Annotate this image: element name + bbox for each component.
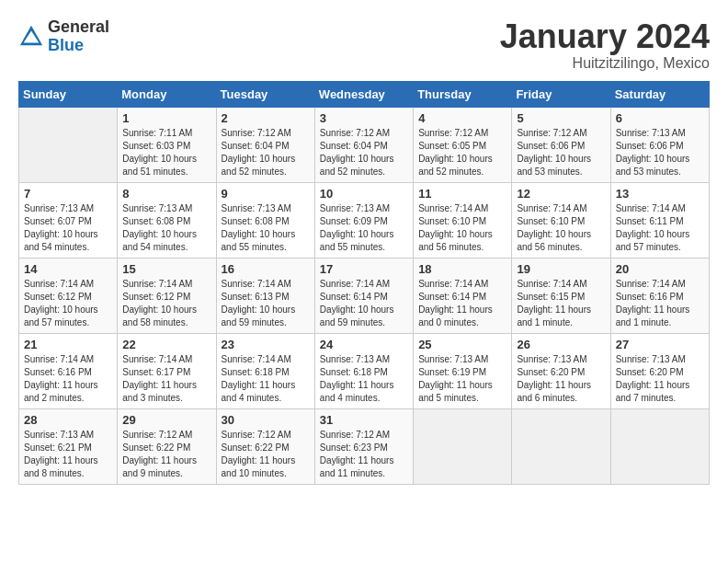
logo: General Blue <box>18 18 109 55</box>
day-cell <box>414 408 512 484</box>
day-cell: 27Sunrise: 7:13 AMSunset: 6:20 PMDayligh… <box>610 333 709 408</box>
day-number: 16 <box>222 262 310 276</box>
week-row-3: 14Sunrise: 7:14 AMSunset: 6:12 PMDayligh… <box>19 258 710 333</box>
day-cell: 5Sunrise: 7:12 AMSunset: 6:06 PMDaylight… <box>512 107 610 182</box>
day-cell: 9Sunrise: 7:13 AMSunset: 6:08 PMDaylight… <box>216 182 314 258</box>
day-header-saturday: Saturday <box>610 81 709 107</box>
day-number: 17 <box>320 262 408 276</box>
day-cell: 7Sunrise: 7:13 AMSunset: 6:07 PMDaylight… <box>19 182 118 258</box>
day-number: 10 <box>320 187 408 201</box>
day-info: Sunrise: 7:13 AMSunset: 6:19 PMDaylight:… <box>418 353 506 405</box>
day-number: 31 <box>320 413 408 427</box>
day-number: 28 <box>24 413 112 427</box>
day-info: Sunrise: 7:14 AMSunset: 6:12 PMDaylight:… <box>24 278 112 329</box>
day-number: 2 <box>222 111 310 125</box>
week-row-5: 28Sunrise: 7:13 AMSunset: 6:21 PMDayligh… <box>19 408 710 484</box>
day-number: 20 <box>616 262 704 276</box>
page-header: General Blue January 2024 Huitzitzilingo… <box>18 18 710 72</box>
day-cell: 1Sunrise: 7:11 AMSunset: 6:03 PMDaylight… <box>118 107 216 182</box>
day-cell: 10Sunrise: 7:13 AMSunset: 6:09 PMDayligh… <box>314 182 413 258</box>
logo-general-text: General <box>48 17 109 36</box>
day-cell: 18Sunrise: 7:14 AMSunset: 6:14 PMDayligh… <box>414 258 512 333</box>
day-cell: 31Sunrise: 7:12 AMSunset: 6:23 PMDayligh… <box>314 408 413 484</box>
day-number: 6 <box>616 111 704 125</box>
day-number: 13 <box>616 187 704 201</box>
day-info: Sunrise: 7:14 AMSunset: 6:15 PMDaylight:… <box>517 278 605 329</box>
day-cell <box>610 408 709 484</box>
day-info: Sunrise: 7:13 AMSunset: 6:06 PMDaylight:… <box>616 127 704 178</box>
day-info: Sunrise: 7:12 AMSunset: 6:22 PMDaylight:… <box>222 429 310 480</box>
day-info: Sunrise: 7:12 AMSunset: 6:04 PMDaylight:… <box>222 127 310 178</box>
week-row-2: 7Sunrise: 7:13 AMSunset: 6:07 PMDaylight… <box>19 182 710 258</box>
day-cell: 12Sunrise: 7:14 AMSunset: 6:10 PMDayligh… <box>512 182 610 258</box>
day-number: 25 <box>418 338 506 351</box>
day-cell <box>19 107 118 182</box>
day-cell: 21Sunrise: 7:14 AMSunset: 6:16 PMDayligh… <box>19 333 118 408</box>
day-cell: 25Sunrise: 7:13 AMSunset: 6:19 PMDayligh… <box>414 333 512 408</box>
day-number: 1 <box>122 111 210 125</box>
day-number: 24 <box>320 338 408 351</box>
day-info: Sunrise: 7:11 AMSunset: 6:03 PMDaylight:… <box>122 127 210 178</box>
logo-blue-text: Blue <box>48 36 84 54</box>
day-number: 23 <box>222 338 310 351</box>
day-number: 3 <box>320 111 408 125</box>
day-header-monday: Monday <box>118 81 216 107</box>
day-info: Sunrise: 7:14 AMSunset: 6:13 PMDaylight:… <box>222 278 310 329</box>
day-info: Sunrise: 7:13 AMSunset: 6:20 PMDaylight:… <box>616 353 704 405</box>
day-info: Sunrise: 7:12 AMSunset: 6:22 PMDaylight:… <box>122 429 210 480</box>
day-info: Sunrise: 7:14 AMSunset: 6:10 PMDaylight:… <box>517 202 605 254</box>
day-info: Sunrise: 7:14 AMSunset: 6:17 PMDaylight:… <box>122 353 210 405</box>
day-header-sunday: Sunday <box>19 81 118 107</box>
day-cell: 17Sunrise: 7:14 AMSunset: 6:14 PMDayligh… <box>314 258 413 333</box>
day-cell: 15Sunrise: 7:14 AMSunset: 6:12 PMDayligh… <box>118 258 216 333</box>
day-cell: 16Sunrise: 7:14 AMSunset: 6:13 PMDayligh… <box>216 258 314 333</box>
day-info: Sunrise: 7:14 AMSunset: 6:16 PMDaylight:… <box>616 278 704 329</box>
day-number: 22 <box>122 338 210 351</box>
day-cell: 4Sunrise: 7:12 AMSunset: 6:05 PMDaylight… <box>414 107 512 182</box>
day-info: Sunrise: 7:13 AMSunset: 6:08 PMDaylight:… <box>122 202 210 254</box>
day-number: 14 <box>24 262 112 276</box>
day-number: 29 <box>122 413 210 427</box>
day-cell: 26Sunrise: 7:13 AMSunset: 6:20 PMDayligh… <box>512 333 610 408</box>
day-cell: 20Sunrise: 7:14 AMSunset: 6:16 PMDayligh… <box>610 258 709 333</box>
day-cell: 28Sunrise: 7:13 AMSunset: 6:21 PMDayligh… <box>19 408 118 484</box>
day-number: 21 <box>24 338 112 351</box>
day-cell: 30Sunrise: 7:12 AMSunset: 6:22 PMDayligh… <box>216 408 314 484</box>
title-block: January 2024 Huitzitzilingo, Mexico <box>500 18 710 72</box>
day-cell: 22Sunrise: 7:14 AMSunset: 6:17 PMDayligh… <box>118 333 216 408</box>
day-info: Sunrise: 7:14 AMSunset: 6:11 PMDaylight:… <box>616 202 704 254</box>
day-info: Sunrise: 7:12 AMSunset: 6:06 PMDaylight:… <box>517 127 605 178</box>
day-info: Sunrise: 7:12 AMSunset: 6:05 PMDaylight:… <box>418 127 506 178</box>
day-number: 5 <box>517 111 605 125</box>
day-header-thursday: Thursday <box>414 81 512 107</box>
logo-text: General Blue <box>48 18 109 55</box>
day-info: Sunrise: 7:13 AMSunset: 6:20 PMDaylight:… <box>517 353 605 405</box>
day-cell: 6Sunrise: 7:13 AMSunset: 6:06 PMDaylight… <box>610 107 709 182</box>
day-number: 18 <box>418 262 506 276</box>
day-number: 9 <box>222 187 310 201</box>
day-number: 26 <box>517 338 605 351</box>
day-number: 27 <box>616 338 704 351</box>
day-number: 19 <box>517 262 605 276</box>
day-header-friday: Friday <box>512 81 610 107</box>
day-number: 15 <box>122 262 210 276</box>
day-cell: 29Sunrise: 7:12 AMSunset: 6:22 PMDayligh… <box>118 408 216 484</box>
day-info: Sunrise: 7:14 AMSunset: 6:10 PMDaylight:… <box>418 202 506 254</box>
day-info: Sunrise: 7:14 AMSunset: 6:18 PMDaylight:… <box>222 353 310 405</box>
day-number: 8 <box>122 187 210 201</box>
day-info: Sunrise: 7:14 AMSunset: 6:12 PMDaylight:… <box>122 278 210 329</box>
week-row-1: 1Sunrise: 7:11 AMSunset: 6:03 PMDaylight… <box>19 107 710 182</box>
day-info: Sunrise: 7:13 AMSunset: 6:18 PMDaylight:… <box>320 353 408 405</box>
day-cell: 2Sunrise: 7:12 AMSunset: 6:04 PMDaylight… <box>216 107 314 182</box>
logo-icon <box>18 24 44 50</box>
day-cell: 8Sunrise: 7:13 AMSunset: 6:08 PMDaylight… <box>118 182 216 258</box>
day-number: 11 <box>418 187 506 201</box>
day-cell: 24Sunrise: 7:13 AMSunset: 6:18 PMDayligh… <box>314 333 413 408</box>
day-cell: 11Sunrise: 7:14 AMSunset: 6:10 PMDayligh… <box>414 182 512 258</box>
day-cell: 23Sunrise: 7:14 AMSunset: 6:18 PMDayligh… <box>216 333 314 408</box>
day-cell: 13Sunrise: 7:14 AMSunset: 6:11 PMDayligh… <box>610 182 709 258</box>
day-number: 4 <box>418 111 506 125</box>
day-info: Sunrise: 7:14 AMSunset: 6:14 PMDaylight:… <box>320 278 408 329</box>
day-info: Sunrise: 7:13 AMSunset: 6:21 PMDaylight:… <box>24 429 112 480</box>
day-info: Sunrise: 7:13 AMSunset: 6:08 PMDaylight:… <box>222 202 310 254</box>
